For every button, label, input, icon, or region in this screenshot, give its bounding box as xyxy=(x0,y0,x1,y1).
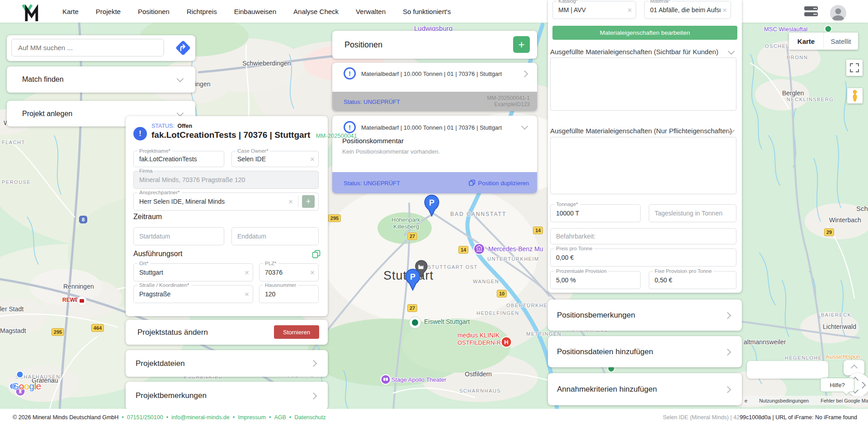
copy-location-icon[interactable] xyxy=(312,250,321,258)
rewe-marker[interactable] xyxy=(76,295,87,308)
nav-item-projekte[interactable]: Projekte xyxy=(96,8,121,15)
hospital-marker[interactable]: H xyxy=(500,336,512,350)
nav-item-richtpreis[interactable]: Richtpreis xyxy=(187,8,217,15)
chevron-down-icon[interactable] xyxy=(728,48,735,55)
museum-marker[interactable] xyxy=(473,243,486,257)
terms-link[interactable]: Nutzungsbedingungen xyxy=(759,398,809,403)
positionsdateien-card[interactable]: Positionsdateien hinzufügen xyxy=(548,336,742,367)
chevron-down-icon[interactable] xyxy=(521,123,528,130)
visible-properties-textarea[interactable] xyxy=(550,57,736,111)
clear-icon[interactable]: × xyxy=(245,290,249,298)
nav-item-einbauweisen[interactable]: Einbauweisen xyxy=(234,8,276,15)
map-type-karte[interactable]: Karte xyxy=(789,33,823,50)
tonnage-field[interactable]: Tonnage* 10000 T xyxy=(550,204,641,222)
position-item-2[interactable]: ! Materialbedarf | 10.000 Tonnen | 01 | … xyxy=(332,116,537,193)
chevron-right-icon[interactable] xyxy=(310,393,317,400)
footer-link[interactable]: Datenschutz xyxy=(294,414,326,421)
hausnummer-field[interactable]: Hausnummer 120 xyxy=(259,285,319,303)
add-position-button[interactable]: + xyxy=(513,36,530,53)
chevron-down-icon[interactable] xyxy=(177,110,184,117)
plz-field[interactable]: PLZ* 70376 × xyxy=(259,263,319,281)
brand-logo[interactable] xyxy=(21,2,39,22)
duplicate-position-button[interactable]: Position duplizieren xyxy=(469,179,529,186)
fullscreen-button[interactable] xyxy=(846,60,863,76)
material-field[interactable]: Material* 01 Abfälle, die beim Aufsuc...… xyxy=(644,1,731,19)
ansprechpartner-field[interactable]: Ansprechpartner* Herr Selen IDE, Mineral… xyxy=(133,192,319,211)
chevron-right-icon[interactable] xyxy=(521,70,528,78)
chevron-right-icon[interactable] xyxy=(724,386,731,393)
map-pin[interactable]: P xyxy=(404,268,421,293)
position-form-panel: Katalog* MM | AVV × Material* 01 Abfälle… xyxy=(548,0,742,293)
poi-blue-small[interactable] xyxy=(16,370,24,380)
projektname-field[interactable]: Projektname* fak.LotCreationTests xyxy=(133,151,224,167)
add-contact-button[interactable]: + xyxy=(302,195,315,208)
nav-item-so-funktioniert-s[interactable]: So funktioniert's xyxy=(403,8,451,15)
kommentar-empty-text: Kein Positionskommentar vorhanden. xyxy=(342,148,440,155)
help-bubble[interactable]: Hilfe? xyxy=(820,378,854,392)
map-label: WANGEN xyxy=(473,279,499,284)
projektbemerkungen-card[interactable]: Projektbemerkungen xyxy=(126,382,328,410)
fixe-provision-field[interactable]: Fixe Provision pro Tonne 0,50 € xyxy=(649,271,736,289)
projektdateien-card[interactable]: Projektdateien xyxy=(126,350,328,377)
nav-item-karte[interactable]: Karte xyxy=(62,8,79,15)
collapse-button[interactable] xyxy=(844,360,864,375)
directions-button[interactable] xyxy=(175,39,192,56)
preis-field[interactable]: Preis pro Tonne 0,00 € xyxy=(550,248,736,267)
befahrbarkeit-field[interactable]: Befahrbarkeit: xyxy=(550,228,736,244)
chevron-right-icon[interactable] xyxy=(724,349,731,356)
search-input[interactable] xyxy=(11,39,164,56)
nav-item-verwalten[interactable]: Verwalten xyxy=(356,8,386,15)
map-label: HEGENLOHE xyxy=(785,355,822,360)
footer-right: Selen IDE (Mineral Minds) | 42 99c1008d0… xyxy=(663,409,857,426)
clear-icon[interactable]: × xyxy=(288,198,293,206)
clear-icon[interactable]: × xyxy=(627,6,632,14)
footer-link[interactable]: Impressum xyxy=(238,414,266,421)
required-properties-textarea[interactable] xyxy=(550,137,736,194)
match-finden-card[interactable]: Match finden xyxy=(7,66,195,93)
clear-icon[interactable]: × xyxy=(310,155,315,163)
report-link[interactable]: Fehler bei Google Maps melden xyxy=(821,398,868,403)
accounts-button[interactable] xyxy=(803,5,819,19)
chevron-down-icon[interactable] xyxy=(177,75,184,83)
enddatum-field[interactable]: Enddatum xyxy=(231,227,319,245)
prozentuale-provision-field[interactable]: Prozentuale Provision 5,00 % xyxy=(550,271,641,289)
map-type-satellit[interactable]: Satellit xyxy=(823,33,858,50)
stornieren-button[interactable]: Stornieren xyxy=(274,325,319,339)
footer-link[interactable]: info@mineral-minds.de xyxy=(171,414,230,421)
map-label: BRONN xyxy=(787,55,808,60)
footer-link[interactable]: 07151/250100 xyxy=(127,414,163,421)
katalog-field[interactable]: Katalog* MM | AVV × xyxy=(552,1,636,19)
map-label: Schor xyxy=(856,205,868,212)
map-label: altmannsweiler xyxy=(744,338,786,346)
clear-icon[interactable]: × xyxy=(722,6,727,14)
position-refs: MM-202500041-1 ExampleID123 xyxy=(487,95,530,108)
tagesleistung-field[interactable]: Tagesleistung in Tonnen xyxy=(649,204,736,222)
clear-icon[interactable]: × xyxy=(310,269,315,276)
theater-marker[interactable] xyxy=(380,374,391,387)
map-label: Renningen xyxy=(63,283,94,290)
strasse-field[interactable]: Straße / Koordinaten* Pragstraße × xyxy=(133,285,253,303)
footer-link[interactable]: AGB xyxy=(274,414,286,421)
annahmekriterien-card[interactable]: Annahmekriterien hinzufügen xyxy=(548,373,742,405)
avatar[interactable] xyxy=(830,5,846,21)
startdatum-field[interactable]: Startdatum xyxy=(133,227,224,245)
materialeigenschaften-button[interactable]: Materialeigenschaften bearbeiten xyxy=(552,26,737,40)
ort-field[interactable]: Ort* Stuttgart × xyxy=(133,263,253,281)
map-label: Aussichtspun xyxy=(826,353,860,360)
map-pin[interactable]: P xyxy=(423,194,440,219)
chevron-right-icon[interactable] xyxy=(724,312,731,319)
poi-green-dot[interactable] xyxy=(408,316,422,331)
google-logo-letter: o xyxy=(19,381,24,391)
positionen-header-card: Positionen + xyxy=(332,31,537,59)
positionsbemerkungen-label: Positionsbemerkungen xyxy=(557,311,635,320)
case-owner-field[interactable]: Case Owner* Selen IDE × xyxy=(231,151,319,167)
positionsbemerkungen-card[interactable]: Positionsbemerkungen xyxy=(548,300,742,331)
map-label: UNTERTÜRKHEIM xyxy=(487,256,539,262)
position-item-1[interactable]: ! Materialbedarf | 10.000 Tonnen | 01 | … xyxy=(332,63,537,111)
pegman-button[interactable] xyxy=(847,88,863,103)
chevron-right-icon[interactable] xyxy=(310,360,317,367)
nav-item-positionen[interactable]: Positionen xyxy=(138,8,170,15)
clear-icon[interactable]: × xyxy=(245,269,249,276)
nav-item-analyse-check[interactable]: Analyse Check xyxy=(293,8,339,15)
pan-right-icon[interactable] xyxy=(859,382,866,389)
